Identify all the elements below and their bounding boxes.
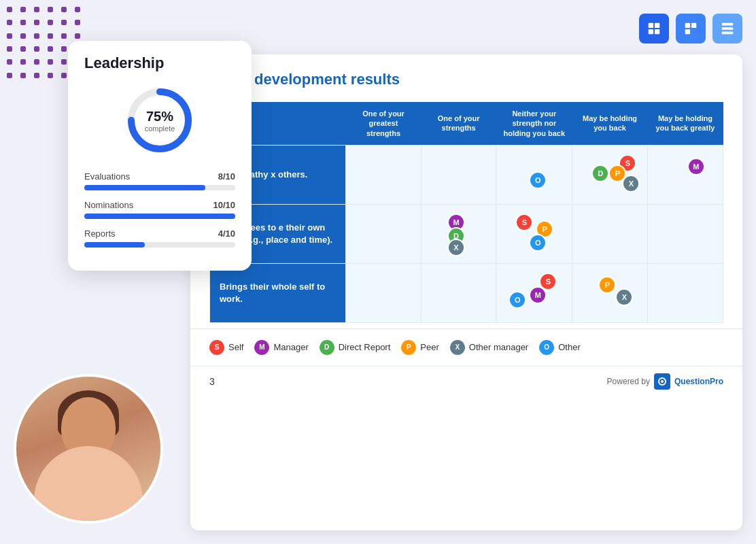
powered-by-text: Powered by: [607, 377, 650, 386]
avatar-P: P: [598, 276, 616, 294]
legend-dot: S: [209, 340, 224, 355]
svg-rect-4: [685, 23, 690, 28]
data-cell-1-holdback_greatly: [647, 204, 723, 263]
stat-value: 4/10: [218, 228, 235, 239]
data-cell-1-greatest: [346, 204, 422, 263]
svg-rect-8: [722, 27, 734, 30]
table-body: es empathy x others.OSDPXMemployees to e…: [210, 145, 723, 322]
legend-item-direct-report: D Direct Report: [320, 340, 391, 355]
top-icons-area: [639, 14, 742, 44]
cell-avatars: M: [653, 151, 717, 199]
legend-item-self: S Self: [209, 340, 243, 355]
avatar-O: O: [529, 171, 547, 189]
table-row: Brings their whole self to work.SOMPX: [210, 263, 723, 322]
cell-avatars: SDPX: [578, 151, 642, 199]
legend-dot: O: [539, 340, 554, 355]
donut-chart: 75% complete: [122, 83, 197, 158]
legend-label: Self: [228, 342, 243, 352]
avatar-O: O: [529, 234, 547, 252]
legend-item-other-manager: X Other manager: [450, 340, 528, 355]
header-holdback_greatly: May be holding you back greatly: [647, 102, 723, 145]
svg-rect-6: [685, 29, 690, 34]
table-row: es empathy x others.OSDPXM: [210, 145, 723, 204]
avatar-X: X: [615, 288, 633, 306]
legend-label: Peer: [420, 342, 439, 352]
legend-label: Other: [558, 342, 581, 352]
avatar-O: O: [509, 291, 526, 309]
page-title: ary of development results: [209, 71, 723, 88]
legend-label: Manager: [273, 342, 308, 352]
legend-dot: X: [450, 340, 465, 355]
stat-bar-bg: [84, 214, 235, 219]
results-table: ItemsOne of your greatest strengthsOne o…: [209, 102, 723, 323]
footer-brand: Powered by QuestionPro: [607, 373, 723, 390]
card-title: Leadership: [84, 54, 235, 72]
stat-bar-fill: [84, 185, 205, 190]
donut-label: complete: [145, 124, 175, 133]
stat-bar-bg: [84, 242, 235, 248]
stat-name: Reports: [84, 228, 116, 239]
legend-item-other: O Other: [539, 340, 581, 355]
svg-rect-7: [722, 23, 734, 26]
header-neither: Neither your strength nor holding you ba…: [496, 102, 572, 145]
cell-avatars: SOM: [502, 269, 566, 317]
data-cell-0-strength: [422, 145, 496, 204]
avatar-X: X: [622, 175, 640, 192]
data-cell-2-holdback: PX: [572, 263, 648, 322]
legend: S Self M Manager D Direct Report P Peer …: [190, 328, 742, 366]
stat-bar-fill: [84, 214, 235, 219]
data-cell-2-holdback_greatly: [647, 263, 723, 322]
legend-label: Other manager: [469, 342, 528, 352]
svg-rect-3: [655, 29, 659, 34]
legend-label: Direct Report: [339, 342, 391, 352]
icon-3[interactable]: [712, 14, 742, 44]
data-cell-0-neither: O: [496, 145, 572, 204]
footer-page-number: 3: [209, 376, 215, 387]
data-cell-1-holdback: [572, 204, 648, 263]
svg-rect-0: [649, 23, 653, 28]
donut-container: 75% complete: [84, 83, 235, 158]
table-head: ItemsOne of your greatest strengthsOne o…: [210, 102, 723, 145]
stat-name: Nominations: [84, 200, 133, 210]
data-cell-1-neither: SPO: [496, 204, 572, 263]
avatar-D: D: [591, 165, 609, 182]
cell-avatars: SPO: [502, 210, 566, 258]
table-row: employees to e their own work (e.g., pla…: [210, 204, 723, 263]
item-cell-2: Brings their whole self to work.: [210, 263, 346, 322]
icon-1[interactable]: [639, 14, 669, 44]
legend-item-manager: M Manager: [254, 340, 308, 355]
brand-name: QuestionPro: [674, 377, 723, 386]
stat-value: 8/10: [218, 171, 235, 182]
header-strength: One of your strengths: [422, 102, 496, 145]
data-cell-1-strength: MDX: [422, 204, 496, 263]
legend-dot: D: [320, 340, 334, 355]
stat-bar-bg: [84, 185, 235, 190]
data-cell-2-neither: SOM: [496, 263, 572, 322]
header-holdback: May be holding you back: [572, 102, 648, 145]
svg-point-13: [661, 380, 664, 383]
svg-rect-2: [649, 29, 653, 34]
avatar-M: M: [529, 286, 547, 304]
brand-logo: [654, 373, 670, 390]
donut-percent: 75%: [145, 109, 175, 124]
donut-center: 75% complete: [145, 109, 175, 133]
cell-avatars: O: [502, 151, 566, 199]
avatar-X: X: [447, 239, 465, 256]
avatar-S: S: [515, 214, 533, 231]
main-content-area: ary of development results ItemsOne of y…: [190, 54, 742, 530]
stat-name: Evaluations: [84, 171, 130, 182]
avatar-M: M: [687, 158, 705, 175]
svg-rect-9: [722, 32, 734, 35]
svg-rect-5: [691, 23, 696, 28]
stats-container: Evaluations 8/10 Nominations 10/10 Repor…: [84, 171, 235, 248]
cell-avatars: PX: [578, 269, 642, 317]
footer: 3 Powered by QuestionPro: [190, 366, 742, 396]
stat-row: Evaluations 8/10: [84, 171, 235, 190]
stat-row: Reports 4/10: [84, 228, 235, 248]
svg-rect-1: [655, 23, 659, 28]
data-cell-2-greatest: [346, 263, 422, 322]
leadership-card: Leadership 75% complete Evaluations 8/10…: [68, 41, 252, 271]
data-cell-0-greatest: [346, 145, 422, 204]
stat-value: 10/10: [213, 200, 235, 210]
icon-2[interactable]: [676, 14, 706, 44]
